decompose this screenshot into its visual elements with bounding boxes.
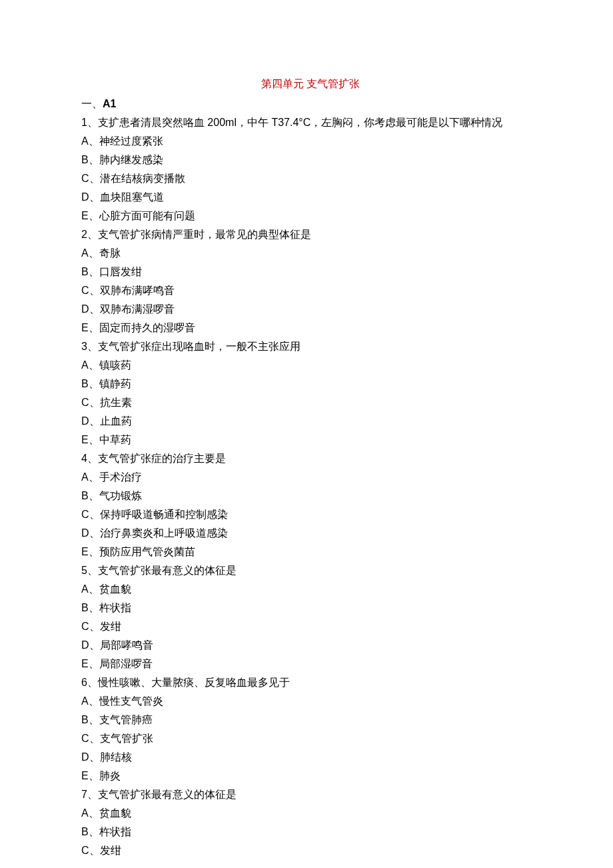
option-line: A、贫血貌 <box>81 580 540 599</box>
question-text: 支扩患者清晨突然咯血 200ml，中午 T37.4°C，左胸闷，你考虑最可能是以… <box>98 117 502 128</box>
question-text: 支气管扩张最有意义的体征是 <box>98 565 237 576</box>
option-line: E、肺炎 <box>81 767 540 785</box>
option-text: 治疗鼻窦炎和上呼吸道感染 <box>100 527 228 539</box>
option-text: 局部湿啰音 <box>99 658 153 669</box>
option-letter: C <box>81 845 89 856</box>
option-text: 局部哮鸣音 <box>100 639 153 651</box>
option-separator: 、 <box>89 621 100 632</box>
option-text: 抗生素 <box>100 397 132 408</box>
option-text: 保持呼吸道畅通和控制感染 <box>100 509 228 520</box>
option-text: 镇静药 <box>99 378 131 389</box>
option-line: A、手术治疗 <box>81 468 540 487</box>
option-text: 手术治疗 <box>99 471 142 483</box>
option-line: C、发绀 <box>81 617 540 636</box>
option-line: B、支气管肺癌 <box>81 711 540 729</box>
question-separator: 、 <box>87 789 98 800</box>
option-line: A、镇咳药 <box>81 356 540 375</box>
option-separator: 、 <box>89 285 100 296</box>
option-text: 双肺布满哮鸣音 <box>100 285 175 296</box>
option-text: 固定而持久的湿啰音 <box>99 322 195 333</box>
option-separator: 、 <box>89 154 99 165</box>
option-letter: B <box>81 714 89 725</box>
option-letter: B <box>81 826 89 837</box>
option-separator: 、 <box>89 639 100 651</box>
option-separator: 、 <box>89 191 100 203</box>
option-line: D、肺结核 <box>81 748 540 767</box>
option-separator: 、 <box>89 546 99 557</box>
option-text: 口唇发绀 <box>99 266 142 277</box>
option-line: B、肺内继发感染 <box>81 151 540 169</box>
option-text: 肺结核 <box>100 751 132 763</box>
option-separator: 、 <box>89 770 99 781</box>
option-letter: D <box>81 303 89 315</box>
question-separator: 、 <box>87 341 98 352</box>
option-separator: 、 <box>89 471 99 483</box>
question-stem: 2、支气管扩张病情严重时，最常见的典型体征是 <box>81 225 540 244</box>
option-letter: A <box>81 135 89 147</box>
question-number: 7 <box>81 789 87 800</box>
option-line: A、奇脉 <box>81 244 540 263</box>
option-separator: 、 <box>89 490 99 501</box>
question-separator: 、 <box>87 229 98 240</box>
option-separator: 、 <box>89 434 99 445</box>
option-text: 肺内继发感染 <box>99 154 163 165</box>
option-letter: A <box>81 471 89 483</box>
option-letter: A <box>81 807 89 819</box>
option-line: C、发绀 <box>81 841 540 860</box>
option-letter: D <box>81 527 89 539</box>
option-separator: 、 <box>89 733 100 744</box>
option-separator: 、 <box>89 602 99 613</box>
option-separator: 、 <box>89 397 100 408</box>
question-stem: 7、支气管扩张最有意义的体征是 <box>81 785 540 804</box>
option-line: E、固定而持久的湿啰音 <box>81 319 540 337</box>
option-line: A、慢性支气管炎 <box>81 692 540 711</box>
option-separator: 、 <box>89 695 99 707</box>
option-letter: A <box>81 583 89 595</box>
question-number: 5 <box>81 565 87 576</box>
option-letter: D <box>81 751 89 763</box>
option-text: 贫血貌 <box>99 807 131 819</box>
option-letter: E <box>81 322 89 333</box>
option-separator: 、 <box>89 303 100 315</box>
option-separator: 、 <box>89 135 99 147</box>
option-line: B、气功锻炼 <box>81 487 540 505</box>
section-prefix: 一、 <box>81 98 103 109</box>
option-line: D、止血药 <box>81 412 540 431</box>
question-text: 支气管扩张最有意义的体征是 <box>98 789 237 800</box>
option-line: E、中草药 <box>81 431 540 449</box>
option-line: C、双肺布满哮鸣音 <box>81 281 540 300</box>
option-separator: 、 <box>89 583 99 595</box>
option-letter: E <box>81 434 89 445</box>
question-stem: 6、慢性咳嗽、大量脓痰、反复咯血最多见于 <box>81 673 540 692</box>
option-line: D、血块阻塞气道 <box>81 188 540 207</box>
option-letter: E <box>81 546 89 557</box>
option-line: C、支气管扩张 <box>81 729 540 748</box>
option-letter: A <box>81 695 89 707</box>
option-separator: 、 <box>89 247 99 259</box>
option-text: 气功锻炼 <box>99 490 142 501</box>
option-letter: B <box>81 266 89 277</box>
option-separator: 、 <box>89 322 99 333</box>
option-letter: D <box>81 639 89 651</box>
option-text: 奇脉 <box>99 247 121 259</box>
option-line: D、治疗鼻窦炎和上呼吸道感染 <box>81 524 540 543</box>
option-line: E、局部湿啰音 <box>81 655 540 673</box>
option-letter: D <box>81 191 89 203</box>
option-line: E、心脏方面可能有问题 <box>81 207 540 225</box>
option-text: 杵状指 <box>99 602 131 613</box>
option-separator: 、 <box>89 378 99 389</box>
option-letter: B <box>81 378 89 389</box>
section-label: A1 <box>103 98 116 109</box>
option-separator: 、 <box>89 751 100 763</box>
questions-container: 1、支扩患者清晨突然咯血 200ml，中午 T37.4°C，左胸闷，你考虑最可能… <box>81 113 540 860</box>
question-number: 3 <box>81 341 87 352</box>
option-text: 发绀 <box>100 845 121 856</box>
option-separator: 、 <box>89 415 100 427</box>
question-separator: 、 <box>87 565 98 576</box>
question-stem: 5、支气管扩张最有意义的体征是 <box>81 561 540 580</box>
option-separator: 、 <box>89 826 99 837</box>
question-number: 1 <box>81 117 87 128</box>
option-line: D、局部哮鸣音 <box>81 636 540 655</box>
option-separator: 、 <box>89 527 100 539</box>
option-separator: 、 <box>89 210 99 221</box>
